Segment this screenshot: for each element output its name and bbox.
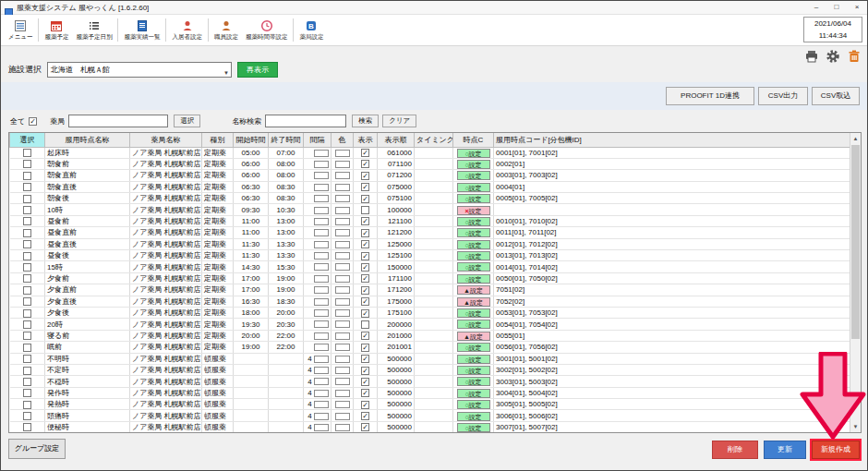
table-row[interactable]: 寝る前ノア薬局 札幌駅前店定期薬20:0022:00✓201000▲設定0055… [10, 330, 850, 341]
csv-import-button[interactable]: CSV取込 [812, 87, 860, 105]
row-select-checkbox[interactable] [23, 423, 31, 431]
toolbar-button-dose-schedule-by-day[interactable]: 服薬予定日別 [72, 15, 115, 45]
point-setting-button[interactable]: ○設定 [457, 274, 490, 284]
row-select-checkbox[interactable] [23, 263, 31, 272]
point-setting-button[interactable]: ○設定 [457, 377, 490, 386]
table-row[interactable]: 不穏時ノア薬局 札幌駅前店頓服薬4 ✓500000○設定3003[01], 50… [10, 376, 850, 387]
row-select-checkbox[interactable] [23, 378, 31, 386]
row-visible-checkbox[interactable]: ✓ [361, 229, 369, 237]
table-row[interactable]: 頭痛時ノア薬局 札幌駅前店頓服薬4 ✓500000○設定3006[01], 50… [10, 410, 850, 421]
row-visible-checkbox[interactable]: ✓ [361, 401, 369, 409]
row-visible-checkbox[interactable]: ✓ [361, 297, 369, 306]
point-setting-button[interactable]: ○設定 [457, 240, 490, 249]
table-row[interactable]: 15時ノア薬局 札幌駅前店定期薬14:3015:30✓150000○設定0014… [10, 261, 850, 272]
table-row[interactable]: 昼食直前ノア薬局 札幌駅前店定期薬11:0013:00✓121200○設定001… [10, 227, 850, 238]
facility-select[interactable]: 北海道 札幌Ａ館 ▼ [47, 62, 232, 78]
scrollbar-up-icon[interactable]: ▲ [850, 133, 861, 144]
point-setting-button[interactable]: ○設定 [457, 183, 490, 192]
row-visible-checkbox[interactable]: ✓ [361, 195, 369, 203]
row-visible-checkbox[interactable]: ✓ [361, 309, 369, 318]
row-visible-checkbox[interactable]: ✓ [361, 172, 369, 180]
table-row[interactable]: 昼食前ノア薬局 札幌駅前店定期薬11:0013:00✓121100○設定0010… [10, 215, 850, 226]
point-setting-button[interactable]: ○設定 [457, 320, 490, 329]
row-select-checkbox[interactable] [23, 401, 31, 409]
row-select-checkbox[interactable] [23, 355, 31, 363]
table-row[interactable]: 朝食直前ノア薬局 札幌駅前店定期薬06:0008:00✓071200○設定000… [10, 170, 850, 181]
row-select-checkbox[interactable] [23, 160, 31, 168]
row-select-checkbox[interactable] [23, 297, 31, 306]
row-visible-checkbox[interactable]: ✓ [361, 252, 369, 260]
toolbar-button-dose-record-list[interactable]: 服薬実績一覧 [120, 15, 163, 45]
point-setting-button[interactable]: ○設定 [457, 149, 490, 158]
create-new-button[interactable]: 新規作成 [812, 441, 860, 459]
group-settings-button[interactable]: グループ設定 [8, 439, 66, 459]
pharmacy-select-button[interactable]: 選択 [174, 115, 200, 127]
point-setting-button[interactable]: ○設定 [457, 366, 490, 375]
name-search-input[interactable] [265, 115, 346, 127]
csv-export-button[interactable]: CSV出力 [758, 87, 808, 105]
table-row[interactable]: 不明時ノア薬局 札幌駅前店頓服薬4 ✓500000○設定3001[01], 50… [10, 353, 850, 364]
clear-button[interactable]: クリア [382, 115, 416, 127]
row-select-checkbox[interactable] [23, 286, 31, 295]
toolbar-button-staff-settings[interactable]: 職員設定 [211, 15, 242, 45]
row-visible-checkbox[interactable]: ✓ [361, 286, 369, 295]
table-row[interactable]: 20時ノア薬局 札幌駅前店定期薬19:3020:30200000○設定0054[… [10, 319, 850, 330]
point-setting-button[interactable]: ○設定 [457, 194, 490, 203]
row-visible-checkbox[interactable]: ✓ [361, 217, 369, 225]
row-select-checkbox[interactable] [23, 309, 31, 318]
close-button[interactable]: × [847, 1, 867, 15]
row-visible-checkbox[interactable]: ✓ [361, 240, 369, 248]
table-row[interactable]: 眠前ノア薬局 札幌駅前店定期薬19:0022:00✓201001○設定0056[… [10, 342, 850, 353]
point-setting-button[interactable]: ○設定 [457, 262, 490, 272]
point-setting-button[interactable]: ▲設定 [457, 332, 490, 341]
row-select-checkbox[interactable] [23, 149, 31, 157]
point-setting-button[interactable]: ○設定 [457, 160, 490, 169]
toolbar-button-dose-schedule[interactable]: 服薬予定 [41, 15, 72, 45]
trash-icon[interactable] [847, 49, 862, 64]
table-row[interactable]: 朝食後ノア薬局 札幌駅前店定期薬06:3008:30✓075100○設定0005… [10, 193, 850, 204]
row-select-checkbox[interactable] [23, 332, 31, 340]
table-row[interactable]: 夕食直後ノア薬局 札幌駅前店定期薬16:3018:30✓175000▲設定705… [10, 296, 850, 307]
search-button[interactable]: 検索 [352, 115, 379, 127]
row-select-checkbox[interactable] [23, 172, 31, 180]
point-setting-button[interactable]: ○設定 [457, 217, 490, 226]
table-row[interactable]: 夕食後ノア薬局 札幌駅前店定期薬18:0020:00✓175100○設定0053… [10, 307, 850, 318]
table-row[interactable]: 昼食直後ノア薬局 札幌駅前店定期薬11:3013:30✓125000○設定001… [10, 238, 850, 249]
toolbar-button-resident-settings[interactable]: 入居者設定 [168, 15, 206, 45]
toolbar-button-dose-time-slot-settings[interactable]: 服薬時間帯設定 [242, 15, 292, 45]
point-setting-button[interactable]: ▲設定 [457, 297, 490, 307]
table-row[interactable]: 朝食直後ノア薬局 札幌駅前店定期薬06:3008:30✓075000○設定000… [10, 181, 850, 192]
proofit-1d-link-button[interactable]: PROOFIT 1D連携 [666, 87, 754, 105]
all-checkbox[interactable]: ✓ [29, 117, 37, 126]
row-visible-checkbox[interactable] [361, 320, 369, 329]
minimize-button[interactable]: – [806, 1, 826, 15]
refresh-button[interactable]: 再表示 [237, 62, 278, 78]
point-setting-button[interactable]: ○設定 [457, 423, 490, 432]
row-select-checkbox[interactable] [23, 229, 31, 237]
table-row[interactable]: 朝食前ノア薬局 札幌駅前店定期薬06:0008:00✓071100○設定0002… [10, 158, 850, 169]
row-select-checkbox[interactable] [23, 183, 31, 191]
row-visible-checkbox[interactable]: ✓ [361, 423, 369, 431]
table-row[interactable]: 昼食後ノア薬局 札幌駅前店定期薬11:3013:30✓125100○設定0013… [10, 250, 850, 261]
row-select-checkbox[interactable] [23, 252, 31, 260]
row-select-checkbox[interactable] [23, 412, 31, 420]
row-visible-checkbox[interactable]: ✓ [361, 389, 369, 397]
scrollbar-down-icon[interactable]: ▼ [850, 421, 861, 432]
point-setting-button[interactable]: ○設定 [457, 412, 490, 421]
print-icon[interactable] [804, 49, 819, 64]
table-row[interactable]: 10時ノア薬局 札幌駅前店定期薬09:3010:30100000×設定 [10, 204, 850, 215]
table-row[interactable]: 夕食直前ノア薬局 札幌駅前店定期薬17:0019:00✓171200▲設定705… [10, 284, 850, 296]
row-visible-checkbox[interactable]: ✓ [361, 183, 369, 191]
row-visible-checkbox[interactable]: ✓ [361, 355, 369, 363]
table-row[interactable]: 便秘時ノア薬局 札幌駅前店頓服薬4 ✓500000○設定3007[01], 50… [10, 421, 850, 432]
point-setting-button[interactable]: ▲設定 [457, 285, 490, 295]
row-visible-checkbox[interactable]: ✓ [361, 332, 369, 340]
point-setting-button[interactable]: ○設定 [457, 400, 490, 409]
row-select-checkbox[interactable] [23, 240, 31, 248]
point-setting-button[interactable]: ○設定 [457, 251, 490, 260]
row-visible-checkbox[interactable]: ✓ [361, 378, 369, 386]
point-setting-button[interactable]: ○設定 [457, 343, 490, 352]
row-select-checkbox[interactable] [23, 217, 31, 225]
table-row[interactable]: 起床時ノア薬局 札幌駅前店定期薬05:0007:00✓061000○設定0001… [10, 147, 850, 158]
row-select-checkbox[interactable] [23, 320, 31, 329]
